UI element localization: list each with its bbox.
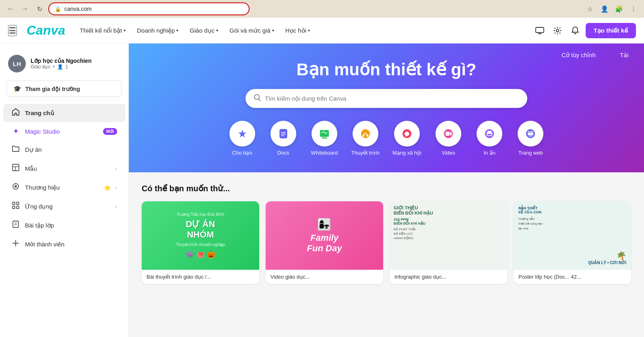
category-docs[interactable]: Docs: [269, 121, 297, 156]
card-2[interactable]: 👩‍👧 FamilyFun Day Video giáo dục...: [266, 201, 383, 284]
join-team-button[interactable]: 🎓 Tham gia đội trường: [6, 81, 122, 97]
card-4[interactable]: BẢN THIẾTKẾ CỦA CON Hướng dẫn thiết kế s…: [514, 201, 631, 284]
category-for-you[interactable]: Cho bạn: [228, 121, 256, 156]
card-1-thumbnail: Trường Tiểu học Đức Bình DỰ ÁNNHÓM Thuyế…: [142, 201, 259, 270]
sidebar-item-home[interactable]: Trang chủ: [3, 104, 125, 122]
sidebar-apps-label: Ứng dụng: [25, 203, 111, 210]
for-you-label: Cho bạn: [232, 150, 252, 156]
sidebar-item-apps[interactable]: Ứng dụng ›: [3, 197, 125, 215]
new-badge: Mới: [103, 128, 117, 135]
svg-rect-13: [13, 221, 19, 227]
forward-button[interactable]: →: [19, 3, 31, 14]
sidebar-item-templates[interactable]: Mẫu ›: [3, 159, 125, 178]
create-button[interactable]: Tạo thiết kế: [586, 23, 636, 38]
chevron-right-icon: ›: [116, 185, 117, 190]
nav-item-business[interactable]: Doanh nghiệp ▾: [132, 24, 183, 37]
whiteboard-icon: [312, 121, 337, 147]
browser-chrome: ← → ↻ 🔒 canva.com ☆ 👤 🧩 ⋮: [0, 0, 644, 18]
pro-badge-icon: ⭐: [104, 184, 111, 191]
nav-item-featured[interactable]: Thiết kế nổi bật ▾: [75, 24, 130, 37]
nav-item-learn[interactable]: Học hỏi ▾: [281, 24, 315, 37]
extensions-button[interactable]: 🧩: [613, 3, 625, 14]
sidebar-item-homework[interactable]: Bài tập lớp: [3, 216, 125, 234]
gear-icon: [553, 27, 561, 35]
canva-navbar: ☰ Canva Thiết kế nổi bật ▾ Doanh nghiệp …: [0, 18, 644, 43]
category-video[interactable]: Video: [434, 121, 462, 156]
template-icon: [11, 163, 20, 174]
back-button[interactable]: ←: [5, 3, 16, 14]
chevron-down-icon: ▾: [308, 28, 310, 33]
search-input[interactable]: [265, 95, 519, 102]
profile-name: Lớp học của Ngochien: [31, 58, 120, 64]
sidebar-item-brand[interactable]: Thương hiệu ⭐ ›: [3, 178, 125, 196]
whiteboard-label: Whiteboard: [311, 150, 337, 156]
hamburger-menu[interactable]: ☰: [8, 25, 17, 36]
chevron-right-icon: ›: [116, 204, 117, 209]
svg-rect-11: [12, 206, 15, 209]
svg-rect-9: [12, 202, 15, 205]
folder-icon: [11, 145, 20, 155]
graduation-cap-icon: 🎓: [13, 85, 21, 93]
nav-item-pricing[interactable]: Gói và mức giá ▾: [225, 24, 279, 37]
sidebar-item-projects[interactable]: Dự án: [3, 141, 125, 159]
settings-icon-btn[interactable]: [550, 23, 565, 38]
suggestions-title: Có thể bạn muốn thử...: [142, 184, 631, 193]
social-label: Mạng xã hội: [392, 150, 421, 156]
reload-button[interactable]: ↻: [34, 3, 45, 14]
sidebar-invite-label: Mời thành viên: [25, 241, 117, 248]
category-whiteboard[interactable]: Whiteboard: [310, 121, 339, 156]
category-presentation[interactable]: Thuyết trình: [351, 121, 380, 156]
notification-icon-btn[interactable]: [568, 23, 582, 38]
category-website[interactable]: Trang web: [516, 121, 545, 156]
sidebar-templates-label: Mẫu: [25, 165, 111, 172]
sidebar-home-label: Trang chủ: [25, 110, 117, 117]
bookmark-button[interactable]: ☆: [584, 3, 596, 14]
category-print[interactable]: In ấn: [475, 121, 504, 156]
presentation-icon: [353, 121, 378, 147]
menu-button[interactable]: ⋮: [628, 3, 639, 14]
card-4-thumb-content: BẢN THIẾTKẾ CỦA CON Hướng dẫn thiết kế s…: [514, 201, 631, 270]
sidebar-magic-label: Magic Studio: [25, 128, 98, 135]
sidebar-item-invite[interactable]: Mời thành viên: [3, 235, 125, 253]
card-1[interactable]: Trường Tiểu học Đức Bình DỰ ÁNNHÓM Thuyế…: [142, 201, 259, 284]
svg-point-18: [254, 95, 259, 99]
hero-title: Bạn muốn thiết kế gì?: [153, 60, 620, 79]
sidebar-projects-label: Dự án: [25, 146, 117, 153]
svg-point-3: [556, 29, 559, 32]
svg-rect-12: [17, 206, 19, 209]
monitor-icon-btn[interactable]: [533, 23, 547, 38]
svg-line-19: [259, 99, 260, 101]
category-social[interactable]: Mạng xã hội: [392, 121, 421, 156]
chevron-down-icon: ▾: [216, 28, 218, 33]
browser-actions: ☆ 👤 🧩 ⋮: [584, 3, 639, 14]
nav-item-education[interactable]: Giáo dục ▾: [185, 24, 223, 37]
profile-meta: Giáo dục • 👤 1: [31, 64, 120, 70]
canva-logo[interactable]: Canva: [27, 23, 65, 38]
card-3-thumbnail: GIỚI THIỆUBIẾN ĐỔI KHÍ HẬU 416 PPMBIẾN Đ…: [390, 201, 507, 270]
address-bar[interactable]: 🔒 canva.com: [48, 2, 250, 15]
upload-link[interactable]: Tải: [620, 52, 636, 59]
sidebar-brand-label: Thương hiệu: [25, 184, 99, 191]
sidebar: LH Lớp học của Ngochien Giáo dục • 👤 1 🎓…: [0, 43, 129, 337]
svg-rect-38: [446, 132, 450, 136]
svg-rect-41: [487, 131, 491, 133]
content-area: Cỡ tùy chỉnh Tải Bạn muốn thiết kế gì?: [129, 43, 644, 337]
social-icon: [394, 121, 420, 147]
search-icon: [254, 94, 261, 103]
profile-button[interactable]: 👤: [599, 3, 610, 14]
docs-label: Docs: [277, 150, 289, 156]
card-3[interactable]: GIỚI THIỆUBIẾN ĐỔI KHÍ HẬU 416 PPMBIẾN Đ…: [390, 201, 507, 284]
print-icon: [477, 121, 502, 147]
sidebar-item-magic-studio[interactable]: ✦ Magic Studio Mới: [3, 123, 125, 140]
search-bar[interactable]: [246, 89, 527, 108]
plus-icon: [11, 239, 20, 249]
categories-row: Cho bạn Docs: [153, 121, 620, 160]
avatar: LH: [8, 55, 26, 72]
customise-size-link[interactable]: Cỡ tùy chỉnh: [561, 52, 596, 59]
lock-icon: 🔒: [55, 6, 61, 12]
chevron-down-icon: ▾: [124, 28, 126, 33]
monitor-icon: [535, 27, 544, 34]
url-text: canva.com: [64, 6, 92, 12]
card-1-label: Bài thuyết trình giáo dục /...: [142, 270, 259, 284]
cards-grid: Trường Tiểu học Đức Bình DỰ ÁNNHÓM Thuyế…: [142, 201, 631, 284]
